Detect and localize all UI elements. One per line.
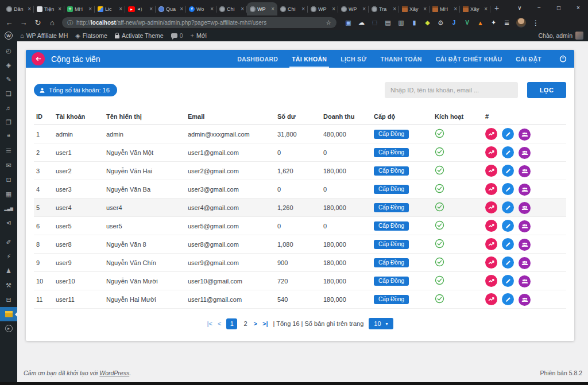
extension-icon[interactable]: [384, 18, 392, 27]
sidebar-item[interactable]: ❏: [0, 87, 17, 101]
edit-action-button[interactable]: [502, 275, 514, 287]
edit-action-button[interactable]: [502, 165, 514, 177]
sidebar-item[interactable]: ❝: [0, 130, 17, 144]
table-row[interactable]: 3 user2 Nguyễn Văn Hai user2@gmail.com 1…: [34, 162, 566, 180]
forward-icon[interactable]: →: [19, 18, 28, 27]
stats-action-button[interactable]: [485, 220, 497, 232]
tab-close-icon[interactable]: ×: [393, 6, 396, 12]
sidebar-item[interactable]: ▂▄▆: [0, 201, 17, 216]
sidebar-item[interactable]: ▸: [0, 321, 17, 336]
sidebar-item[interactable]: ♟: [0, 264, 17, 278]
first-page-button[interactable]: |<: [207, 320, 212, 327]
extension-icon[interactable]: [436, 18, 445, 27]
plugin-nav-tab[interactable]: THANH TOÁN: [373, 50, 428, 68]
plugin-nav-tab[interactable]: CÀI ĐẶT CHIẾT KHẤU: [429, 50, 509, 68]
prev-page-button[interactable]: <: [218, 320, 221, 327]
extension-icon[interactable]: [463, 18, 471, 27]
sidebar-item[interactable]: ◴: [0, 44, 17, 58]
close-window-button[interactable]: ×: [568, 0, 588, 15]
sidebar-item[interactable]: [0, 307, 17, 321]
extension-icon[interactable]: [344, 18, 353, 27]
browser-tab[interactable]: ◄) Chi ×: [216, 2, 247, 15]
browser-tab[interactable]: ◄) MH ×: [64, 2, 95, 15]
new-tab-button[interactable]: +: [490, 2, 503, 14]
page-size-select[interactable]: 10 ▾: [369, 318, 393, 329]
stats-action-button[interactable]: [485, 256, 497, 269]
browser-tab[interactable]: ◄) ×: [125, 2, 156, 15]
sidebar-item[interactable]: ⊲: [0, 216, 17, 230]
table-row[interactable]: 6 user5 user5 user5@gmail.com 0 0 Cấp Đồ…: [34, 217, 566, 235]
group-action-button[interactable]: [519, 239, 531, 251]
edit-action-button[interactable]: [502, 183, 514, 195]
stats-action-button[interactable]: [485, 275, 497, 287]
edit-action-button[interactable]: [502, 220, 514, 232]
group-action-button[interactable]: [519, 275, 531, 287]
minimize-button[interactable]: −: [529, 0, 549, 15]
plugin-nav-tab[interactable]: CÀI ĐẶT: [509, 50, 548, 68]
stats-action-button[interactable]: [485, 293, 497, 305]
table-row[interactable]: 11 user11 Nguyễn Hai Mười user11@gmail.c…: [34, 290, 566, 309]
stats-action-button[interactable]: [485, 146, 497, 158]
browser-tab[interactable]: ◄) Tra ×: [369, 2, 399, 15]
tab-close-icon[interactable]: ×: [149, 6, 153, 12]
sidebar-item[interactable]: ❐: [0, 115, 17, 130]
sidebar-item[interactable]: ✐: [0, 235, 17, 250]
extension-icon[interactable]: [476, 18, 485, 27]
edit-action-button[interactable]: [502, 293, 514, 305]
group-action-button[interactable]: [519, 129, 531, 141]
group-action-button[interactable]: [519, 257, 531, 269]
browser-menu-icon[interactable]: ⋮: [532, 19, 539, 27]
plugin-nav-tab[interactable]: TÀI KHOẢN: [285, 50, 334, 68]
power-icon[interactable]: [557, 53, 568, 65]
page-number-button[interactable]: 2: [242, 320, 248, 327]
sidebar-item[interactable]: ☰: [0, 144, 17, 158]
edit-action-button[interactable]: [502, 128, 514, 140]
extension-icon[interactable]: [410, 18, 419, 27]
table-row[interactable]: 5 user4 user4 user4@gmail.com 1,260 180,…: [34, 199, 566, 217]
sidebar-item[interactable]: ◈: [0, 58, 17, 72]
back-button[interactable]: [32, 52, 45, 65]
wordpress-logo-icon[interactable]: W: [5, 32, 13, 40]
browser-tab[interactable]: ◄) WP ×: [338, 2, 369, 15]
wordpress-link[interactable]: WordPress: [99, 370, 129, 376]
group-action-button[interactable]: [519, 165, 531, 177]
back-icon[interactable]: ←: [5, 18, 14, 27]
tab-close-icon[interactable]: ×: [119, 6, 122, 12]
tab-close-icon[interactable]: ×: [484, 6, 488, 12]
group-action-button[interactable]: [519, 294, 531, 306]
browser-tab[interactable]: ◄) Wo ×: [186, 2, 216, 15]
browser-tab[interactable]: ◄) Dân ×: [3, 2, 34, 15]
stats-action-button[interactable]: [485, 165, 497, 177]
sidebar-item[interactable]: ▦: [0, 187, 17, 201]
admin-greeting[interactable]: Chào, admin: [538, 32, 572, 39]
tab-close-icon[interactable]: ×: [88, 6, 92, 12]
next-page-button[interactable]: >: [254, 320, 257, 327]
extension-icon[interactable]: [450, 18, 458, 27]
table-row[interactable]: 9 user9 Nguyễn Văn Chín user9@gmail.com …: [34, 254, 566, 272]
browser-tab[interactable]: ◄) Xây ×: [399, 2, 430, 15]
browser-tab[interactable]: ◄) Lic ×: [95, 2, 125, 15]
home-icon[interactable]: ⌂: [48, 18, 57, 27]
sidebar-item[interactable]: ✉: [0, 158, 17, 173]
bookmark-star-icon[interactable]: ☆: [326, 19, 331, 26]
site-info-icon[interactable]: ⓘ: [67, 19, 73, 27]
table-row[interactable]: 1 admin admin admin@xxxgmail.com 31,800 …: [34, 125, 566, 143]
plugin-nav-tab[interactable]: DASHBOARD: [230, 50, 285, 68]
edit-action-button[interactable]: [502, 201, 514, 213]
reload-icon[interactable]: ↻: [33, 18, 42, 27]
tab-close-icon[interactable]: ×: [423, 6, 427, 12]
stats-action-button[interactable]: [485, 183, 497, 195]
table-row[interactable]: 4 user3 Nguyễn Văn Ba user3@gmail.com 0 …: [34, 180, 566, 199]
tab-close-icon[interactable]: ×: [210, 6, 214, 12]
browser-tab[interactable]: ◄) WP ×: [308, 2, 338, 15]
browser-profile-avatar[interactable]: [516, 18, 526, 28]
extension-icon[interactable]: [357, 18, 366, 27]
browser-tab[interactable]: ◄) Qua ×: [156, 2, 186, 15]
browser-tab[interactable]: ◄) MH ×: [430, 2, 460, 15]
extension-icon[interactable]: [502, 18, 511, 27]
browser-tab[interactable]: ◄) Xây ×: [460, 2, 490, 15]
admin-bar-activate-theme[interactable]: Activate Theme: [115, 32, 164, 39]
stats-action-button[interactable]: [485, 238, 497, 250]
table-row[interactable]: 8 user8 Nguyễn Văn 8 user8@gmail.com 1,0…: [34, 235, 566, 254]
browser-tab[interactable]: ◄) WP ×: [247, 2, 277, 15]
